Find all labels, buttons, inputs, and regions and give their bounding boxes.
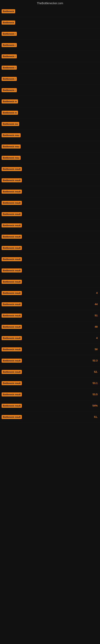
table-row: Bottleneck result53.5 [0, 389, 100, 400]
bottleneck-label: Bottleneck result [1, 190, 22, 194]
bottleneck-label: Bottleneck result [1, 392, 22, 396]
table-row: Bottleneck result54% [0, 400, 100, 411]
table-row: Bottleneck result [0, 208, 100, 220]
table-row: Bottleneck result [0, 197, 100, 208]
bottleneck-label: Bottleneck resu [1, 133, 21, 137]
table-row: Bottleneck result [0, 254, 100, 265]
bottleneck-label: Bottleneck r [1, 43, 17, 47]
table-row: Bottleneck result [0, 175, 100, 186]
table-row: Bottleneck result [0, 164, 100, 175]
table-row: Bottleneck result51. [0, 411, 100, 422]
bottleneck-label: Bottleneck re [1, 100, 18, 104]
bottleneck-label: Bottleneck resu [1, 144, 21, 148]
bottleneck-label: Bottleneck result [1, 314, 22, 318]
bottleneck-label: Bottleneck resu [1, 156, 21, 160]
table-row: Bottleneck result49 [0, 321, 100, 332]
bottleneck-label: Bottleneck result [1, 178, 22, 182]
bottleneck-value: 44 [95, 303, 99, 306]
table-row: Bottleneck re [0, 107, 100, 118]
bottleneck-label: Bottleneck result [1, 224, 22, 228]
table-row: Bottleneck result44 [0, 299, 100, 310]
bottleneck-label: Bottleneck result [1, 381, 22, 385]
site-title: TheBottlenecker.com [0, 0, 100, 6]
bottleneck-label: Bottleneck result [1, 336, 22, 340]
bottleneck-label: Bottleneck result [1, 201, 22, 205]
bottleneck-label: Bottleneck res [1, 122, 19, 126]
bottleneck-label: Bottleneck result [1, 167, 22, 171]
table-row: Bottleneck [0, 17, 100, 28]
bottleneck-label: Bottleneck result [1, 404, 22, 408]
table-row: Bottleneck result [0, 231, 100, 242]
bottleneck-label: Bottleneck r [1, 54, 17, 58]
bottleneck-label: Bottleneck result [1, 291, 22, 295]
table-row: Bottleneck resu [0, 152, 100, 164]
bottleneck-label: Bottleneck [1, 20, 15, 24]
table-row: Bottleneck result4 [0, 332, 100, 344]
bottleneck-label: Bottleneck r [1, 88, 17, 92]
table-row: Bottleneck result50 [0, 344, 100, 355]
bottleneck-label: Bottleneck result [1, 325, 22, 329]
table-row: Bottleneck result [0, 186, 100, 197]
bottleneck-label: Bottleneck r [1, 32, 17, 36]
table-row: Bottleneck resu [0, 141, 100, 152]
bottleneck-label: Bottleneck result [1, 235, 22, 239]
table-row: Bottleneck r [0, 40, 100, 51]
bottleneck-label: Bottleneck re [1, 111, 18, 115]
bottleneck-label: Bottleneck result [1, 212, 22, 216]
bottleneck-label: Bottleneck result [1, 246, 22, 250]
bottleneck-label: Bottleneck result [1, 347, 22, 352]
bottleneck-value: 50 [95, 348, 99, 351]
bottleneck-label: Bottleneck result [1, 268, 22, 272]
table-row: Bottleneck result53.1 [0, 378, 100, 389]
table-row: Bottleneck [0, 6, 100, 17]
table-row: Bottleneck result51 [0, 310, 100, 321]
bottleneck-label: Bottleneck result [1, 359, 22, 363]
table-row: Bottleneck r [0, 51, 100, 62]
bottleneck-label: Bottleneck result [1, 370, 22, 374]
table-row: Bottleneck result [0, 220, 100, 231]
table-row: Bottleneck r [0, 73, 100, 84]
bottleneck-value: 54% [92, 404, 99, 407]
table-row: Bottleneck r [0, 84, 100, 96]
table-row: Bottleneck result52.3 [0, 355, 100, 366]
bottleneck-label: Bottleneck result [1, 415, 22, 419]
bottleneck-value: 51 [95, 314, 99, 317]
table-row: Bottleneck result52. [0, 366, 100, 378]
bottleneck-label: Bottleneck result [1, 257, 22, 261]
bottleneck-label: Bottleneck [1, 9, 15, 13]
bottleneck-label: Bottleneck result [1, 302, 22, 306]
bottleneck-value: 52. [94, 370, 99, 373]
bottleneck-value: 4 [96, 336, 99, 340]
table-row: Bottleneck re [0, 96, 100, 107]
table-row: Bottleneck r [0, 28, 100, 40]
bottleneck-value: 52.3 [93, 359, 99, 362]
table-row: Bottleneck result4 [0, 288, 100, 299]
bottleneck-label: Bottleneck result [1, 280, 22, 284]
table-row: Bottleneck res [0, 118, 100, 130]
bottleneck-value: 51. [94, 416, 99, 418]
table-row: Bottleneck result [0, 276, 100, 288]
table-row: Bottleneck resu [0, 130, 100, 141]
bottleneck-value: 4 [96, 292, 99, 294]
bottleneck-value: 49 [95, 325, 99, 328]
bottleneck-value: 53.1 [93, 382, 99, 384]
table-row: Bottleneck result [0, 242, 100, 254]
bottleneck-label: Bottleneck r [1, 66, 17, 70]
table-row: Bottleneck result [0, 265, 100, 276]
table-row: Bottleneck r [0, 62, 100, 73]
bottleneck-label: Bottleneck r [1, 77, 17, 81]
bottleneck-value: 53.5 [93, 393, 99, 396]
